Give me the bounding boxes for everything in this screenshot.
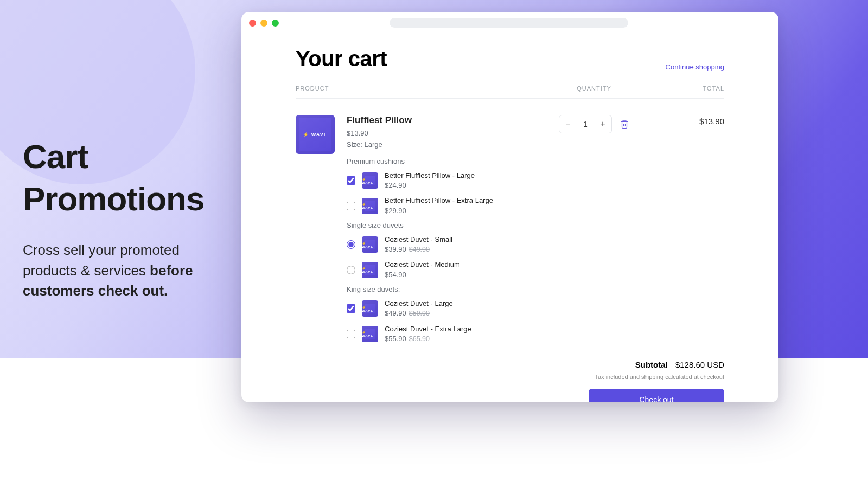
promo-checkbox[interactable] — [347, 304, 355, 313]
product-price: $13.90 — [347, 129, 551, 137]
promo-group-title: Single size duvets — [347, 221, 551, 229]
col-quantity: QUANTITY — [551, 85, 637, 92]
subtotal-label: Subtotal — [635, 360, 668, 369]
promo-option: ⚡ WAVECoziest Duvet - Extra Large$55.90$… — [347, 324, 551, 344]
cart-footer: Subtotal $128.60 USD Tax included and sh… — [296, 360, 724, 402]
product-variant: Size: Large — [347, 140, 551, 149]
promo-label: Coziest Duvet - Medium$54.90 — [385, 260, 460, 279]
traffic-light-zoom-icon[interactable] — [272, 20, 279, 27]
compare-price: $59.90 — [409, 310, 430, 317]
promo-option: ⚡ WAVEBetter Fluffiest Pillow - Extra La… — [347, 196, 551, 215]
trash-icon — [620, 119, 629, 129]
subtotal-value: $128.60 USD — [675, 360, 724, 369]
browser-window: Your cart Continue shopping PRODUCT QUAN… — [241, 12, 778, 402]
promo-thumbnail: ⚡ WAVE — [362, 262, 378, 278]
cart-page: Your cart Continue shopping PRODUCT QUAN… — [241, 34, 778, 402]
promo-option: ⚡ WAVEBetter Fluffiest Pillow - Large$24… — [347, 171, 551, 190]
hero-copy: Cart Promotions Cross sell your promoted… — [23, 136, 234, 301]
url-bar[interactable] — [390, 18, 628, 28]
product-thumbnail: ⚡ WAVE — [296, 115, 335, 154]
continue-shopping-link[interactable]: Continue shopping — [666, 63, 724, 71]
promo-thumbnail: ⚡ WAVE — [362, 326, 378, 342]
traffic-light-minimize-icon[interactable] — [260, 20, 267, 27]
promo-radio[interactable] — [347, 266, 355, 274]
qty-value: 1 — [577, 120, 594, 129]
promo-label: Coziest Duvet - Small$39.90$49.90 — [385, 235, 452, 255]
promo-checkbox[interactable] — [347, 330, 355, 338]
remove-item-button[interactable] — [620, 119, 629, 129]
promo-thumbnail: ⚡ WAVE — [362, 172, 378, 189]
qty-increase-button[interactable]: + — [594, 115, 611, 133]
promo-group-title: Premium cushions — [347, 157, 551, 165]
compare-price: $65.90 — [409, 335, 430, 343]
checkout-button[interactable]: Check out — [589, 389, 724, 402]
col-total: TOTAL — [637, 85, 724, 92]
line-total: $13.90 — [637, 115, 724, 126]
promo-thumbnail: ⚡ WAVE — [362, 300, 378, 317]
promo-option: ⚡ WAVECoziest Duvet - Small$39.90$49.90 — [347, 235, 551, 255]
hero-title: Cart Promotions — [23, 136, 234, 220]
promo-label: Coziest Duvet - Large$49.90$59.90 — [385, 299, 453, 319]
promo-thumbnail: ⚡ WAVE — [362, 236, 378, 253]
page-title: Your cart — [296, 47, 387, 71]
compare-price: $49.90 — [409, 246, 430, 253]
window-titlebar — [241, 12, 778, 34]
promo-option: ⚡ WAVECoziest Duvet - Large$49.90$59.90 — [347, 299, 551, 319]
promo-label: Coziest Duvet - Extra Large$55.90$65.90 — [385, 324, 471, 344]
product-name: Fluffiest Pillow — [347, 115, 551, 126]
quantity-stepper[interactable]: − 1 + — [559, 115, 612, 133]
promo-label: Better Fluffiest Pillow - Large$24.90 — [385, 171, 475, 190]
qty-decrease-button[interactable]: − — [559, 115, 577, 133]
promo-group-title: King size duvets: — [347, 285, 551, 293]
hero-subtext: Cross sell your promoted products & serv… — [23, 240, 234, 301]
promo-checkbox[interactable] — [347, 202, 355, 210]
col-product: PRODUCT — [296, 85, 551, 92]
promo-radio[interactable] — [347, 240, 355, 249]
traffic-light-close-icon[interactable] — [249, 20, 256, 27]
promo-label: Better Fluffiest Pillow - Extra Large$29… — [385, 196, 493, 215]
cart-item-row: ⚡ WAVE Fluffiest Pillow $13.90 Size: Lar… — [296, 115, 724, 349]
column-headers: PRODUCT QUANTITY TOTAL — [296, 85, 724, 99]
tax-note: Tax included and shipping calculated at … — [296, 374, 724, 380]
promo-option: ⚡ WAVECoziest Duvet - Medium$54.90 — [347, 260, 551, 279]
promo-checkbox[interactable] — [347, 176, 355, 185]
promo-thumbnail: ⚡ WAVE — [362, 198, 378, 214]
